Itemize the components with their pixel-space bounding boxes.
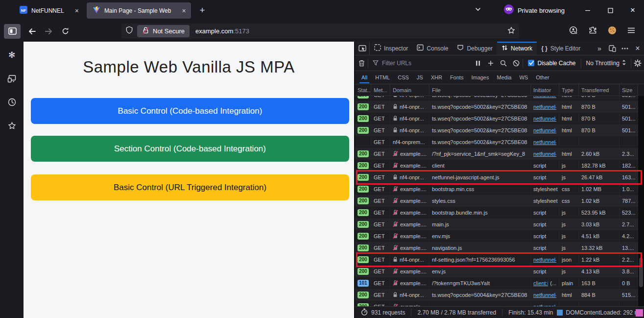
basic-control-url-button[interactable]: Basic Control (URL Triggered Integration… [31,174,349,200]
initiator-link[interactable]: netfunnel-v... [533,96,556,98]
shield-icon[interactable] [125,26,133,36]
devtools-tab-style-editor[interactable]: { }Style Editor [537,42,585,55]
sidebar-bookmarks-icon[interactable] [4,119,19,132]
disable-cache-group[interactable]: Disable Cache [523,60,580,67]
network-table-viewport[interactable]: 200GETnf4-onpr...ts.wseq?opcode=5002&key… [355,96,638,306]
column-header[interactable]: Transferred [579,84,620,96]
list-tabs-chevron-icon[interactable] [475,6,481,15]
sidebar-history-icon[interactable] [4,96,19,108]
column-header[interactable]: Type [559,84,579,96]
new-tab-button[interactable]: + [194,5,211,16]
table-row[interactable]: 200GETexample....clientscriptjs182.78 kB… [355,160,638,171]
back-button[interactable] [24,24,40,39]
column-header[interactable]: Domain [390,84,429,96]
initiator-link[interactable]: netfunnel-v... [533,139,556,145]
devtools-tab-debugger[interactable]: Debugger [453,42,497,55]
table-row[interactable]: 200GETnf4-onpr...ts.wseq?opcode=5004&key… [355,289,638,301]
table-row[interactable]: 200GETexample....bootstrap.min.cssstyles… [355,183,638,195]
filter-chip-images[interactable]: Images [468,72,492,83]
throttling-dropdown[interactable]: No Throttling [581,59,631,67]
filter-chip-css[interactable]: CSS [394,72,412,83]
initiator-link[interactable]: client:802 [533,280,548,286]
sidebar-toggle-button[interactable] [4,24,21,39]
table-row[interactable]: 200GETnf4-onpr...netfunnel-javascript-ag… [355,171,638,183]
column-header[interactable]: Size [620,84,638,96]
devtools-close-icon[interactable]: × [631,42,644,55]
devtools-tab-inspector[interactable]: Inspector [370,42,412,55]
sidebar-ai-chat-icon[interactable]: ✻ [4,49,19,61]
column-header[interactable]: File [429,84,531,96]
devtools-tab-console[interactable]: Console [412,42,453,55]
more-tabs-chevrons-icon[interactable]: » [593,42,606,55]
filter-chip-fonts[interactable]: Fonts [447,72,467,83]
extensions-puzzle-icon[interactable] [589,26,597,36]
insecure-lock-icon [393,163,398,169]
requests-count-segment[interactable]: 931 requests [355,309,411,317]
bookmark-star-icon[interactable] [507,26,515,36]
search-icon[interactable] [497,55,510,71]
scrollbar-thumb[interactable] [639,258,643,287]
reload-button[interactable] [57,24,73,39]
column-header[interactable]: Initiator [531,84,559,96]
filter-chip-other[interactable]: Other [532,72,553,83]
filter-chip-all[interactable]: All [358,72,371,83]
close-button[interactable]: × [621,0,644,21]
clear-requests-trash-icon[interactable] [355,55,368,71]
table-row[interactable]: 200GETnf4-onpr...ts.wseq?opcode=5002&key… [355,113,638,124]
menu-hamburger-icon[interactable] [627,27,635,36]
table-row[interactable]: 200GETnf4-onpr...nf-setting.json?nf=1756… [355,254,638,266]
network-settings-gear-icon[interactable] [631,55,644,71]
section-control-code-button[interactable]: Section Control (Code-based Integration) [31,136,349,162]
devtools-menu-icon[interactable] [619,42,631,55]
tab-close-icon[interactable]: × [182,7,186,14]
devtools-scrollbar[interactable] [638,96,644,306]
table-row[interactable]: 200GETexample..../?nf_pjk=service_1&nf_s… [355,148,638,160]
initiator-link[interactable]: netfunnel-v... [533,151,556,157]
sidebar-synced-tabs-icon[interactable] [4,72,19,85]
initiator-link[interactable]: netfunnel-v... [533,116,556,122]
filter-chip-html[interactable]: HTML [372,72,393,83]
not-secure-chip[interactable]: Not Secure [137,25,190,37]
maximize-button[interactable] [599,0,621,21]
pick-element-icon[interactable] [355,42,370,55]
table-row[interactable]: GETnf4-onprem...ts.wseq?opcode=5002&key=… [355,136,638,148]
table-row[interactable]: 200GETnf4-onpr...ts.wseq?opcode=5002&key… [355,124,638,136]
minimize-button[interactable] [576,0,599,21]
add-icon[interactable] [484,55,497,71]
tab-close-icon[interactable]: × [75,7,79,14]
table-row[interactable]: 200GETexample....bootstrap.bundle.min.js… [355,207,638,219]
initiator-link[interactable]: netfunnel-j... [533,292,556,298]
filter-urls-input[interactable] [382,60,472,67]
table-row[interactable]: 200GETexample....main.jsscriptjs3.03 kB2… [355,219,638,230]
table-row[interactable]: 200GETnf4-onpr...ts.wseq?opcode=5002&key… [355,101,638,113]
block-icon[interactable] [510,55,523,71]
table-row[interactable]: 200GETexample....env.jsscriptjs4.13 kB3.… [355,266,638,277]
filter-chip-xhr[interactable]: XHR [428,72,446,83]
pause-icon[interactable] [472,55,484,71]
domain-cell: nf4-onpr... [390,254,429,266]
devtools-tab-network[interactable]: Network [497,42,537,55]
table-row[interactable]: 200GETexample....navigation.jsscriptjs13… [355,242,638,254]
table-row[interactable]: 200GETexample....styles.cssstylesheetcss… [355,195,638,207]
responsive-design-icon[interactable] [606,42,619,55]
initiator-link[interactable]: netfunnel-v... [533,127,556,133]
cookie-extension-icon[interactable] [608,26,617,37]
account-icon[interactable] [569,26,578,37]
table-row[interactable]: 101GETexample..../?token=gmTKU3wsYaItcli… [355,277,638,289]
table-row[interactable]: 200GETexample....env.mjsscriptjs4.51 kB4… [355,230,638,242]
url-bar[interactable]: Not Secure example.com:5173 [121,24,519,39]
column-header[interactable]: Met... [371,84,390,96]
browser-tab[interactable]: NFNetFUNNEL× [14,2,84,19]
table-row[interactable]: 200GETexample....netfunnel-... [355,301,638,306]
filter-chip-ws[interactable]: WS [516,72,531,83]
filter-chip-media[interactable]: Media [493,72,515,83]
filter-chip-js[interactable]: JS [413,72,427,83]
column-header[interactable]: Stat... [355,84,371,96]
forward-button[interactable] [40,24,57,39]
initiator-link[interactable]: netfunnel-j... [533,257,556,263]
basic-control-code-button[interactable]: Basic Control (Code-based Integration) [31,98,349,124]
initiator-link[interactable]: netfunnel-v... [533,104,556,110]
table-row[interactable]: 200GETnf4-onpr...ts.wseq?opcode=5002&key… [355,96,638,101]
disable-cache-checkbox[interactable] [528,60,534,66]
browser-tab[interactable]: Main Page - Sample Web× [87,2,191,19]
